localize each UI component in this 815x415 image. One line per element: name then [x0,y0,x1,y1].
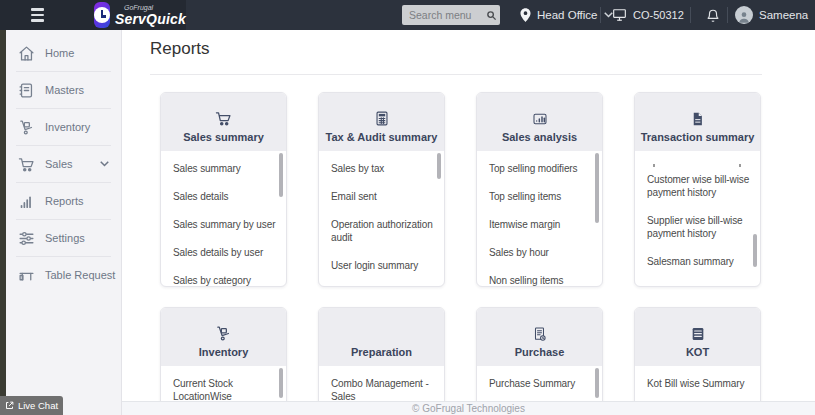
report-link[interactable]: Sales by hour [489,246,600,259]
topbar-separator [690,7,691,23]
sidebar-item-settings[interactable]: Settings [6,223,121,253]
sidebar-item-home[interactable]: Home [6,38,121,68]
cart-icon [215,110,232,127]
report-link[interactable]: Top selling modifiers [489,162,600,175]
report-card-tax-audit-summary: Tax & Audit summary Sales by taxEmail se… [318,92,445,287]
clock-icon [94,7,110,23]
sidebar-item-masters[interactable]: Masters [6,75,121,105]
report-link[interactable]: Current Stock LocationWise [173,377,284,403]
report-card-header: Inventory [161,308,286,366]
trolley-icon [215,325,232,342]
report-link[interactable]: Sales details [173,190,284,203]
card-scrollbar-thumb[interactable] [437,153,441,179]
topbar: GoFrugal ServQuick Head Office CO-50312 [0,0,815,30]
search-icon[interactable] [482,5,500,25]
report-card-inventory: Inventory Current Stock LocationWiseClos… [160,307,287,415]
sidebar-separator [16,71,111,72]
sidebar-item-sales[interactable]: Sales [6,149,121,179]
sidebar-item-label: Reports [45,195,84,207]
live-chat-label: Live Chat [18,400,58,411]
bar-chart-icon [18,193,35,210]
topbar-brand-zone: GoFrugal ServQuick [0,0,186,30]
report-link[interactable]: Sales summary by user [173,218,284,231]
sidebar-item-table-request[interactable]: Table Request [6,260,121,290]
menu-hamburger-icon[interactable] [31,8,44,22]
external-link-icon [5,401,14,410]
terminal-monitor-icon [612,8,627,22]
topbar-separator [600,7,601,23]
card-scrollbar-thumb[interactable] [279,153,283,197]
trolley-icon [18,119,35,136]
report-card-preparation: Preparation Combo Management - SalesComb… [318,307,445,415]
report-card-header: KOT [635,308,760,366]
report-card-title: Purchase [515,346,565,358]
terminal-id-label: CO-50312 [633,9,684,21]
report-link[interactable]: Supplier wise bill-wise payment history [647,214,758,240]
home-icon [18,45,35,62]
report-card-transaction-summary: Transaction summary Customer wise bill-w… [634,92,761,287]
report-card-header: Sales summary [161,93,286,151]
brand-text: GoFrugal ServQuick [115,4,186,26]
card-scrollbar-thumb[interactable] [595,153,599,223]
bar-chart-box-icon [530,111,550,127]
report-card-list: Top selling modifiersTop selling itemsIt… [477,151,602,287]
report-link[interactable]: Combo Management - Sales [331,377,442,403]
report-link[interactable]: User login summary [331,259,442,272]
report-link[interactable]: Sales by category [173,274,284,287]
list-icon [690,326,706,342]
sidebar-item-label: Table Request [45,269,115,281]
window-left-strip [0,30,6,415]
report-card-header: Preparation [319,308,444,366]
report-link[interactable]: Sales by tax [331,162,442,175]
topbar-separator [727,7,728,23]
card-scrollbar-thumb[interactable] [753,234,757,267]
scrolled-item-remnant [647,162,758,173]
report-link[interactable]: Email sent [331,190,442,203]
sidebar-item-reports[interactable]: Reports [6,186,121,216]
location-pin-icon [520,8,531,22]
report-link[interactable]: Salesman summary [647,255,758,268]
report-link[interactable]: Sales details by user [173,246,284,259]
servquick-logo-icon[interactable] [94,2,110,28]
report-card-purchase: Purchase Purchase SummaryPurchase Detail [476,307,603,415]
report-link[interactable]: Purchase Summary [489,377,600,390]
notifications-bell-icon[interactable] [698,0,728,30]
store-name-label: Head Office [537,9,598,21]
live-chat-button[interactable]: Live Chat [0,396,63,415]
document-icon [690,111,705,127]
sidebar-separator [16,219,111,220]
sidebar-item-inventory[interactable]: Inventory [6,112,121,142]
sidebar-item-label: Sales [45,158,73,170]
report-link[interactable]: Customer wise bill-wise payment history [647,173,758,199]
search-menu-box [402,5,500,25]
table-icon [18,267,35,284]
sidebar-separator [16,108,111,109]
receipt-icon [531,326,548,342]
report-link[interactable]: Kot Bill wise Summary [647,377,758,390]
search-input[interactable] [402,9,482,21]
chevron-down-icon [100,161,109,167]
report-card-title: Preparation [351,346,412,358]
card-scrollbar-thumb[interactable] [595,368,599,398]
report-link[interactable]: Itemwise margin [489,218,600,231]
sidebar: Home Masters Inventory Sales Reports Set… [6,30,122,415]
store-selector[interactable]: Head Office [520,0,613,30]
card-scrollbar-thumb[interactable] [279,368,283,398]
sidebar-separator [16,256,111,257]
report-card-title: Sales summary [183,131,264,143]
user-menu[interactable]: Sameena [735,0,815,30]
user-avatar [735,6,753,24]
report-card-title: Transaction summary [641,131,755,143]
calculator-icon [373,110,391,127]
report-card-header: Purchase [477,308,602,366]
report-link[interactable]: Operation authorization audit [331,218,442,244]
user-name-label: Sameena [759,9,808,21]
copyright-label: © GoFrugal Technologies [412,403,525,414]
report-card-title: Inventory [199,346,249,358]
report-link[interactable]: Top selling items [489,190,600,203]
report-card-list: Sales summarySales detailsSales summary … [161,151,286,287]
sidebar-separator [16,145,111,146]
report-link[interactable]: Non selling items [489,274,600,287]
report-card-sales-analysis: Sales analysis Top selling modifiersTop … [476,92,603,287]
report-link[interactable]: Sales summary [173,162,284,175]
